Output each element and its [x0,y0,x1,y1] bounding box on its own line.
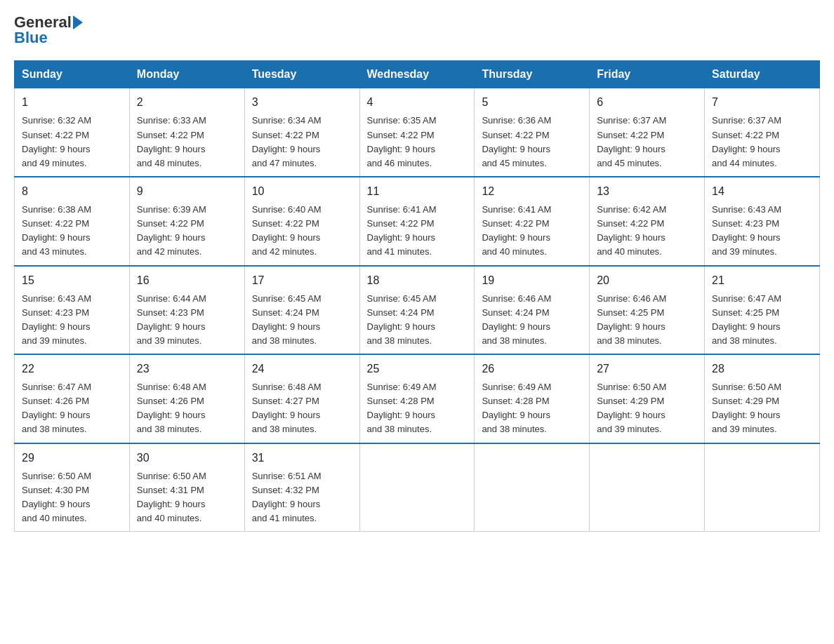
day-number: 13 [597,183,697,200]
day-cell: 25 Sunrise: 6:49 AM Sunset: 4:28 PM Dayl… [359,354,475,443]
day-number: 30 [137,450,237,467]
day-number: 17 [252,272,352,289]
day-cell: 7 Sunrise: 6:37 AM Sunset: 4:22 PM Dayli… [705,88,820,177]
day-info: Sunrise: 6:51 AM Sunset: 4:32 PM Dayligh… [252,469,352,526]
week-row-1: 1 Sunrise: 6:32 AM Sunset: 4:22 PM Dayli… [15,88,820,177]
day-number: 9 [137,183,237,200]
day-number: 28 [712,361,812,377]
day-info: Sunrise: 6:44 AM Sunset: 4:23 PM Dayligh… [137,292,237,349]
header-thursday: Thursday [475,61,590,88]
day-info: Sunrise: 6:50 AM Sunset: 4:31 PM Dayligh… [137,469,237,526]
header-saturday: Saturday [705,61,820,88]
day-cell: 19 Sunrise: 6:46 AM Sunset: 4:24 PM Dayl… [475,266,590,355]
day-number: 29 [22,450,122,467]
day-info: Sunrise: 6:46 AM Sunset: 4:24 PM Dayligh… [482,292,582,349]
day-number: 11 [367,183,468,200]
day-cell: 9 Sunrise: 6:39 AM Sunset: 4:22 PM Dayli… [129,177,244,266]
header-friday: Friday [590,61,705,88]
day-cell: 6 Sunrise: 6:37 AM Sunset: 4:22 PM Dayli… [590,88,705,177]
day-cell: 5 Sunrise: 6:36 AM Sunset: 4:22 PM Dayli… [475,88,590,177]
day-cell: 24 Sunrise: 6:48 AM Sunset: 4:27 PM Dayl… [244,354,359,443]
day-number: 3 [252,94,352,111]
day-cell [590,443,705,532]
day-cell: 18 Sunrise: 6:45 AM Sunset: 4:24 PM Dayl… [359,266,475,355]
week-row-3: 15 Sunrise: 6:43 AM Sunset: 4:23 PM Dayl… [15,266,820,355]
day-info: Sunrise: 6:37 AM Sunset: 4:22 PM Dayligh… [712,114,812,170]
day-cell: 14 Sunrise: 6:43 AM Sunset: 4:23 PM Dayl… [705,177,820,266]
day-cell: 13 Sunrise: 6:42 AM Sunset: 4:22 PM Dayl… [590,177,705,266]
day-info: Sunrise: 6:39 AM Sunset: 4:22 PM Dayligh… [137,203,237,260]
day-cell: 20 Sunrise: 6:46 AM Sunset: 4:25 PM Dayl… [590,266,705,355]
day-cell: 30 Sunrise: 6:50 AM Sunset: 4:31 PM Dayl… [129,443,244,532]
header-monday: Monday [129,61,244,88]
day-number: 16 [137,272,237,289]
day-cell: 22 Sunrise: 6:47 AM Sunset: 4:26 PM Dayl… [15,354,130,443]
day-info: Sunrise: 6:41 AM Sunset: 4:22 PM Dayligh… [482,203,582,260]
week-row-2: 8 Sunrise: 6:38 AM Sunset: 4:22 PM Dayli… [15,177,820,266]
week-row-4: 22 Sunrise: 6:47 AM Sunset: 4:26 PM Dayl… [15,354,820,443]
day-number: 7 [712,94,812,111]
day-number: 2 [137,94,237,111]
day-number: 20 [597,272,697,289]
day-info: Sunrise: 6:43 AM Sunset: 4:23 PM Dayligh… [712,203,812,260]
day-number: 31 [252,450,352,467]
day-info: Sunrise: 6:48 AM Sunset: 4:27 PM Dayligh… [252,380,352,437]
day-info: Sunrise: 6:41 AM Sunset: 4:22 PM Dayligh… [367,203,468,260]
logo: General Blue [14,14,83,46]
week-row-5: 29 Sunrise: 6:50 AM Sunset: 4:30 PM Dayl… [15,443,820,532]
header-wednesday: Wednesday [359,61,475,88]
days-header-row: SundayMondayTuesdayWednesdayThursdayFrid… [15,61,820,88]
day-info: Sunrise: 6:35 AM Sunset: 4:22 PM Dayligh… [367,114,468,170]
day-info: Sunrise: 6:48 AM Sunset: 4:26 PM Dayligh… [137,380,237,437]
day-info: Sunrise: 6:33 AM Sunset: 4:22 PM Dayligh… [137,114,237,170]
day-number: 18 [367,272,468,289]
day-cell: 8 Sunrise: 6:38 AM Sunset: 4:22 PM Dayli… [15,177,130,266]
day-cell: 17 Sunrise: 6:45 AM Sunset: 4:24 PM Dayl… [244,266,359,355]
day-info: Sunrise: 6:49 AM Sunset: 4:28 PM Dayligh… [367,380,468,437]
day-cell: 26 Sunrise: 6:49 AM Sunset: 4:28 PM Dayl… [475,354,590,443]
day-cell: 23 Sunrise: 6:48 AM Sunset: 4:26 PM Dayl… [129,354,244,443]
day-info: Sunrise: 6:47 AM Sunset: 4:25 PM Dayligh… [712,292,812,349]
day-cell: 21 Sunrise: 6:47 AM Sunset: 4:25 PM Dayl… [705,266,820,355]
day-cell: 11 Sunrise: 6:41 AM Sunset: 4:22 PM Dayl… [359,177,475,266]
day-number: 14 [712,183,812,200]
calendar-table: SundayMondayTuesdayWednesdayThursdayFrid… [14,60,820,532]
day-info: Sunrise: 6:50 AM Sunset: 4:30 PM Dayligh… [22,469,122,526]
day-cell [705,443,820,532]
day-number: 23 [137,361,237,377]
header-tuesday: Tuesday [244,61,359,88]
day-number: 8 [22,183,122,200]
day-number: 1 [22,94,122,111]
day-cell: 12 Sunrise: 6:41 AM Sunset: 4:22 PM Dayl… [475,177,590,266]
header-sunday: Sunday [15,61,130,88]
page-header: General Blue [14,14,820,46]
logo-arrow-icon [73,15,83,29]
day-number: 4 [367,94,468,111]
day-info: Sunrise: 6:32 AM Sunset: 4:22 PM Dayligh… [22,114,122,170]
day-cell: 28 Sunrise: 6:50 AM Sunset: 4:29 PM Dayl… [705,354,820,443]
day-info: Sunrise: 6:47 AM Sunset: 4:26 PM Dayligh… [22,380,122,437]
day-info: Sunrise: 6:49 AM Sunset: 4:28 PM Dayligh… [482,380,582,437]
day-cell [359,443,475,532]
day-cell: 16 Sunrise: 6:44 AM Sunset: 4:23 PM Dayl… [129,266,244,355]
day-number: 22 [22,361,122,377]
day-number: 12 [482,183,582,200]
day-cell: 27 Sunrise: 6:50 AM Sunset: 4:29 PM Dayl… [590,354,705,443]
day-number: 25 [367,361,468,377]
day-number: 27 [597,361,697,377]
day-info: Sunrise: 6:42 AM Sunset: 4:22 PM Dayligh… [597,203,697,260]
day-info: Sunrise: 6:46 AM Sunset: 4:25 PM Dayligh… [597,292,697,349]
day-info: Sunrise: 6:38 AM Sunset: 4:22 PM Dayligh… [22,203,122,260]
day-info: Sunrise: 6:37 AM Sunset: 4:22 PM Dayligh… [597,114,697,170]
day-cell: 2 Sunrise: 6:33 AM Sunset: 4:22 PM Dayli… [129,88,244,177]
day-cell [475,443,590,532]
day-number: 19 [482,272,582,289]
day-cell: 31 Sunrise: 6:51 AM Sunset: 4:32 PM Dayl… [244,443,359,532]
day-info: Sunrise: 6:36 AM Sunset: 4:22 PM Dayligh… [482,114,582,170]
day-info: Sunrise: 6:34 AM Sunset: 4:22 PM Dayligh… [252,114,352,170]
day-number: 6 [597,94,697,111]
day-info: Sunrise: 6:45 AM Sunset: 4:24 PM Dayligh… [252,292,352,349]
day-number: 26 [482,361,582,377]
day-number: 5 [482,94,582,111]
day-info: Sunrise: 6:45 AM Sunset: 4:24 PM Dayligh… [367,292,468,349]
